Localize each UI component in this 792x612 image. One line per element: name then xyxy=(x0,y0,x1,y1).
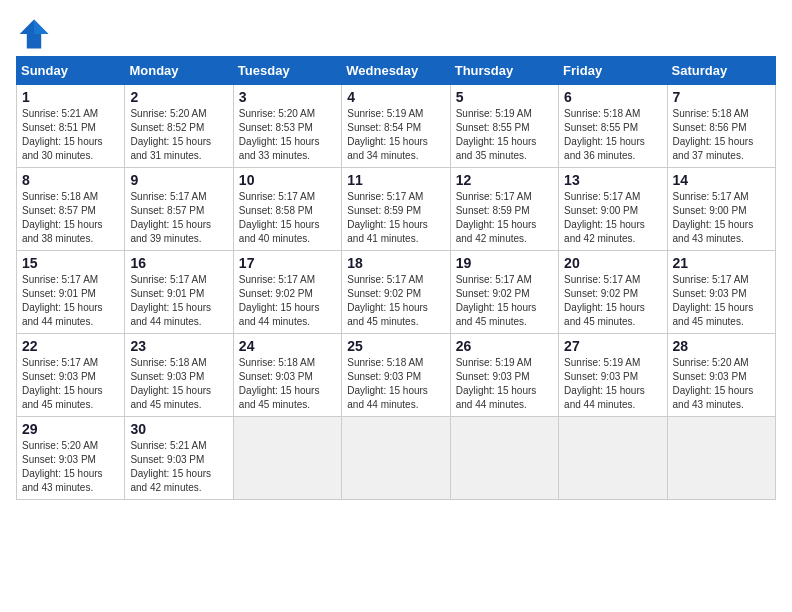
day-number: 12 xyxy=(456,172,553,188)
day-info: Sunrise: 5:20 AM Sunset: 9:03 PM Dayligh… xyxy=(673,356,770,412)
day-number: 17 xyxy=(239,255,336,271)
day-info: Sunrise: 5:21 AM Sunset: 9:03 PM Dayligh… xyxy=(130,439,227,495)
calendar-cell: 17Sunrise: 5:17 AM Sunset: 9:02 PM Dayli… xyxy=(233,251,341,334)
calendar-cell: 27Sunrise: 5:19 AM Sunset: 9:03 PM Dayli… xyxy=(559,334,667,417)
svg-marker-1 xyxy=(34,20,48,34)
calendar-cell: 19Sunrise: 5:17 AM Sunset: 9:02 PM Dayli… xyxy=(450,251,558,334)
calendar-cell: 8Sunrise: 5:18 AM Sunset: 8:57 PM Daylig… xyxy=(17,168,125,251)
day-number: 22 xyxy=(22,338,119,354)
calendar-cell: 5Sunrise: 5:19 AM Sunset: 8:55 PM Daylig… xyxy=(450,85,558,168)
day-number: 18 xyxy=(347,255,444,271)
calendar-cell: 30Sunrise: 5:21 AM Sunset: 9:03 PM Dayli… xyxy=(125,417,233,500)
calendar-cell xyxy=(667,417,775,500)
day-info: Sunrise: 5:17 AM Sunset: 9:02 PM Dayligh… xyxy=(564,273,661,329)
day-info: Sunrise: 5:19 AM Sunset: 8:55 PM Dayligh… xyxy=(456,107,553,163)
day-info: Sunrise: 5:17 AM Sunset: 9:02 PM Dayligh… xyxy=(347,273,444,329)
calendar-cell: 2Sunrise: 5:20 AM Sunset: 8:52 PM Daylig… xyxy=(125,85,233,168)
day-info: Sunrise: 5:17 AM Sunset: 9:02 PM Dayligh… xyxy=(239,273,336,329)
day-number: 25 xyxy=(347,338,444,354)
calendar-cell: 15Sunrise: 5:17 AM Sunset: 9:01 PM Dayli… xyxy=(17,251,125,334)
day-info: Sunrise: 5:17 AM Sunset: 9:02 PM Dayligh… xyxy=(456,273,553,329)
calendar-day-header: Sunday xyxy=(17,57,125,85)
calendar-week-row: 22Sunrise: 5:17 AM Sunset: 9:03 PM Dayli… xyxy=(17,334,776,417)
day-number: 26 xyxy=(456,338,553,354)
calendar-cell: 3Sunrise: 5:20 AM Sunset: 8:53 PM Daylig… xyxy=(233,85,341,168)
calendar-cell xyxy=(559,417,667,500)
calendar-cell: 16Sunrise: 5:17 AM Sunset: 9:01 PM Dayli… xyxy=(125,251,233,334)
calendar-cell: 21Sunrise: 5:17 AM Sunset: 9:03 PM Dayli… xyxy=(667,251,775,334)
calendar-cell: 12Sunrise: 5:17 AM Sunset: 8:59 PM Dayli… xyxy=(450,168,558,251)
day-number: 7 xyxy=(673,89,770,105)
day-info: Sunrise: 5:17 AM Sunset: 9:01 PM Dayligh… xyxy=(130,273,227,329)
day-number: 19 xyxy=(456,255,553,271)
day-info: Sunrise: 5:18 AM Sunset: 8:57 PM Dayligh… xyxy=(22,190,119,246)
day-number: 6 xyxy=(564,89,661,105)
day-info: Sunrise: 5:18 AM Sunset: 9:03 PM Dayligh… xyxy=(347,356,444,412)
calendar-week-row: 15Sunrise: 5:17 AM Sunset: 9:01 PM Dayli… xyxy=(17,251,776,334)
day-info: Sunrise: 5:20 AM Sunset: 9:03 PM Dayligh… xyxy=(22,439,119,495)
day-info: Sunrise: 5:20 AM Sunset: 8:53 PM Dayligh… xyxy=(239,107,336,163)
calendar-header-row: SundayMondayTuesdayWednesdayThursdayFrid… xyxy=(17,57,776,85)
day-number: 10 xyxy=(239,172,336,188)
calendar-cell: 13Sunrise: 5:17 AM Sunset: 9:00 PM Dayli… xyxy=(559,168,667,251)
calendar-cell: 26Sunrise: 5:19 AM Sunset: 9:03 PM Dayli… xyxy=(450,334,558,417)
calendar-cell xyxy=(233,417,341,500)
day-number: 3 xyxy=(239,89,336,105)
day-info: Sunrise: 5:17 AM Sunset: 8:57 PM Dayligh… xyxy=(130,190,227,246)
day-number: 24 xyxy=(239,338,336,354)
day-number: 14 xyxy=(673,172,770,188)
day-info: Sunrise: 5:20 AM Sunset: 8:52 PM Dayligh… xyxy=(130,107,227,163)
logo-icon xyxy=(16,16,52,52)
calendar-day-header: Saturday xyxy=(667,57,775,85)
calendar-cell xyxy=(450,417,558,500)
calendar-week-row: 1Sunrise: 5:21 AM Sunset: 8:51 PM Daylig… xyxy=(17,85,776,168)
calendar-day-header: Monday xyxy=(125,57,233,85)
calendar-week-row: 8Sunrise: 5:18 AM Sunset: 8:57 PM Daylig… xyxy=(17,168,776,251)
day-info: Sunrise: 5:17 AM Sunset: 9:00 PM Dayligh… xyxy=(673,190,770,246)
day-number: 23 xyxy=(130,338,227,354)
calendar-cell: 18Sunrise: 5:17 AM Sunset: 9:02 PM Dayli… xyxy=(342,251,450,334)
day-info: Sunrise: 5:18 AM Sunset: 8:55 PM Dayligh… xyxy=(564,107,661,163)
day-number: 2 xyxy=(130,89,227,105)
day-info: Sunrise: 5:19 AM Sunset: 9:03 PM Dayligh… xyxy=(564,356,661,412)
calendar-cell: 29Sunrise: 5:20 AM Sunset: 9:03 PM Dayli… xyxy=(17,417,125,500)
day-number: 8 xyxy=(22,172,119,188)
calendar-week-row: 29Sunrise: 5:20 AM Sunset: 9:03 PM Dayli… xyxy=(17,417,776,500)
day-info: Sunrise: 5:17 AM Sunset: 9:00 PM Dayligh… xyxy=(564,190,661,246)
day-number: 11 xyxy=(347,172,444,188)
calendar-day-header: Friday xyxy=(559,57,667,85)
calendar-cell: 23Sunrise: 5:18 AM Sunset: 9:03 PM Dayli… xyxy=(125,334,233,417)
calendar-body: 1Sunrise: 5:21 AM Sunset: 8:51 PM Daylig… xyxy=(17,85,776,500)
day-info: Sunrise: 5:21 AM Sunset: 8:51 PM Dayligh… xyxy=(22,107,119,163)
day-info: Sunrise: 5:18 AM Sunset: 9:03 PM Dayligh… xyxy=(239,356,336,412)
calendar-cell: 10Sunrise: 5:17 AM Sunset: 8:58 PM Dayli… xyxy=(233,168,341,251)
calendar-cell: 4Sunrise: 5:19 AM Sunset: 8:54 PM Daylig… xyxy=(342,85,450,168)
calendar-cell: 9Sunrise: 5:17 AM Sunset: 8:57 PM Daylig… xyxy=(125,168,233,251)
day-info: Sunrise: 5:17 AM Sunset: 9:01 PM Dayligh… xyxy=(22,273,119,329)
day-info: Sunrise: 5:17 AM Sunset: 9:03 PM Dayligh… xyxy=(22,356,119,412)
day-number: 28 xyxy=(673,338,770,354)
calendar-cell: 7Sunrise: 5:18 AM Sunset: 8:56 PM Daylig… xyxy=(667,85,775,168)
calendar-cell: 14Sunrise: 5:17 AM Sunset: 9:00 PM Dayli… xyxy=(667,168,775,251)
calendar-cell: 22Sunrise: 5:17 AM Sunset: 9:03 PM Dayli… xyxy=(17,334,125,417)
day-number: 21 xyxy=(673,255,770,271)
day-number: 9 xyxy=(130,172,227,188)
day-info: Sunrise: 5:17 AM Sunset: 8:59 PM Dayligh… xyxy=(347,190,444,246)
calendar-cell: 25Sunrise: 5:18 AM Sunset: 9:03 PM Dayli… xyxy=(342,334,450,417)
day-info: Sunrise: 5:17 AM Sunset: 8:59 PM Dayligh… xyxy=(456,190,553,246)
calendar-day-header: Tuesday xyxy=(233,57,341,85)
calendar-cell xyxy=(342,417,450,500)
day-number: 4 xyxy=(347,89,444,105)
day-number: 27 xyxy=(564,338,661,354)
day-number: 30 xyxy=(130,421,227,437)
calendar-cell: 11Sunrise: 5:17 AM Sunset: 8:59 PM Dayli… xyxy=(342,168,450,251)
day-info: Sunrise: 5:18 AM Sunset: 8:56 PM Dayligh… xyxy=(673,107,770,163)
calendar-cell: 1Sunrise: 5:21 AM Sunset: 8:51 PM Daylig… xyxy=(17,85,125,168)
day-info: Sunrise: 5:19 AM Sunset: 9:03 PM Dayligh… xyxy=(456,356,553,412)
calendar-cell: 6Sunrise: 5:18 AM Sunset: 8:55 PM Daylig… xyxy=(559,85,667,168)
day-info: Sunrise: 5:17 AM Sunset: 9:03 PM Dayligh… xyxy=(673,273,770,329)
day-number: 15 xyxy=(22,255,119,271)
day-number: 5 xyxy=(456,89,553,105)
calendar-cell: 20Sunrise: 5:17 AM Sunset: 9:02 PM Dayli… xyxy=(559,251,667,334)
day-info: Sunrise: 5:18 AM Sunset: 9:03 PM Dayligh… xyxy=(130,356,227,412)
